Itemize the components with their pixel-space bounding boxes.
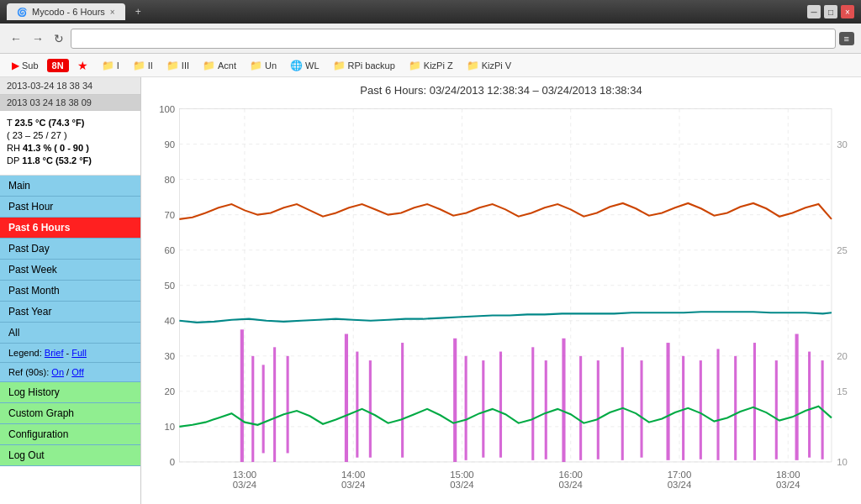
svg-rect-46 (240, 329, 244, 462)
bookmark-rpi[interactable]: 📁RPi backup (328, 58, 400, 73)
address-bar[interactable] (71, 29, 836, 49)
nav-custom-graph[interactable]: Custom Graph (0, 403, 140, 424)
svg-text:60: 60 (165, 245, 176, 255)
svg-text:16:00: 16:00 (559, 470, 583, 480)
svg-rect-59 (531, 347, 534, 460)
svg-text:15: 15 (837, 386, 848, 396)
svg-rect-71 (753, 343, 756, 460)
title-bar: 🌀 Mycodo - 6 Hours × + ─ □ × (0, 0, 861, 24)
svg-text:13:00: 13:00 (233, 470, 256, 480)
nav-past-6-hours[interactable]: Past 6 Hours (0, 218, 140, 239)
svg-text:17:00: 17:00 (668, 470, 691, 480)
svg-text:14:00: 14:00 (341, 470, 365, 480)
svg-rect-53 (369, 360, 372, 458)
bookmark-kizpiz[interactable]: 📁KizPi Z (404, 58, 458, 73)
nav-configuration[interactable]: Configuration (0, 424, 140, 445)
tab-close-icon[interactable]: × (110, 8, 115, 17)
svg-rect-72 (775, 360, 778, 459)
legend-brief-link[interactable]: Brief (45, 348, 64, 358)
dp-value: 11.8 °C (53.2 °F) (22, 155, 92, 165)
svg-text:20: 20 (165, 386, 176, 396)
chart-container: 100 90 80 70 60 50 40 30 20 10 0 30 25 2… (145, 100, 858, 497)
rh-value: 41.3 % ( 0 - 90 ) (23, 143, 89, 153)
svg-rect-49 (273, 347, 276, 462)
datetime-display-2: 2013 03 24 18 38 09 (0, 95, 140, 111)
svg-rect-74 (808, 352, 811, 458)
svg-text:30: 30 (165, 351, 176, 361)
svg-text:03/24: 03/24 (776, 480, 800, 490)
svg-rect-52 (356, 352, 358, 458)
extensions-button[interactable]: ≡ (839, 32, 854, 45)
reload-button[interactable]: ↻ (50, 29, 67, 49)
svg-rect-58 (499, 352, 502, 458)
svg-rect-54 (401, 343, 404, 458)
nav-legend: Legend: Brief - Full (0, 344, 140, 363)
sidebar-navigation: Main Past Hour Past 6 Hours Past Day Pas… (0, 176, 140, 466)
svg-rect-55 (453, 339, 457, 462)
nav-past-year[interactable]: Past Year (0, 302, 140, 323)
new-tab-button[interactable]: + (129, 3, 148, 21)
ref-on-link[interactable]: On (51, 367, 64, 377)
bookmark-ii[interactable]: 📁II (128, 58, 158, 73)
nav-past-week[interactable]: Past Week (0, 260, 140, 281)
svg-text:03/24: 03/24 (341, 480, 366, 490)
nav-past-month[interactable]: Past Month (0, 281, 140, 302)
svg-rect-69 (716, 349, 719, 459)
sensor-readings: T 23.5 °C (74.3 °F) ( 23 – 25 / 27 ) RH … (0, 111, 140, 176)
svg-text:18:00: 18:00 (776, 470, 800, 480)
window-controls: ─ □ × (807, 5, 854, 18)
navigation-bar: ← → ↻ ≡ (0, 24, 861, 54)
svg-text:80: 80 (165, 175, 176, 185)
humidity-row: RH 41.3 % ( 0 - 90 ) (7, 143, 134, 153)
nav-log-out[interactable]: Log Out (0, 445, 140, 466)
ref-off-link[interactable]: Off (71, 367, 83, 377)
svg-rect-60 (545, 360, 547, 459)
svg-rect-64 (621, 347, 624, 460)
bookmark-acnt[interactable]: 📁Acnt (198, 58, 241, 73)
svg-text:100: 100 (159, 104, 175, 114)
datetime-display-1: 2013-03-24 18 38 34 (0, 77, 140, 95)
svg-rect-73 (795, 334, 799, 460)
chart-area: Past 6 Hours: 03/24/2013 12:38:34 – 03/2… (141, 77, 861, 504)
forward-button[interactable]: → (29, 29, 47, 49)
bookmark-star[interactable]: ★ (72, 57, 93, 74)
svg-text:30: 30 (837, 139, 848, 150)
svg-rect-65 (640, 360, 642, 458)
svg-text:03/24: 03/24 (233, 480, 257, 490)
tab-title: Mycodo - 6 Hours (32, 7, 105, 17)
bookmark-kizpiv[interactable]: 📁KizPi V (462, 58, 516, 73)
temp-range: ( 23 – 25 / 27 ) (7, 130, 67, 140)
bookmarks-bar: ▶Sub 8N ★ 📁I 📁II 📁III 📁Acnt 📁Un 🌐WL 📁RPi… (0, 54, 861, 77)
window-maximize-button[interactable]: □ (824, 5, 837, 18)
svg-text:20: 20 (837, 351, 848, 361)
bookmark-youtube[interactable]: ▶Sub (7, 58, 44, 73)
back-button[interactable]: ← (7, 29, 25, 49)
window-close-button[interactable]: × (841, 5, 854, 18)
svg-text:0: 0 (170, 457, 175, 467)
nav-all[interactable]: All (0, 323, 140, 344)
svg-text:50: 50 (165, 281, 176, 291)
nav-past-day[interactable]: Past Day (0, 239, 140, 260)
svg-text:10: 10 (165, 422, 176, 432)
bookmark-i[interactable]: 📁I (97, 58, 124, 73)
browser-tab[interactable]: 🌀 Mycodo - 6 Hours × (7, 3, 125, 20)
nav-main[interactable]: Main (0, 176, 140, 197)
bookmark-8n[interactable]: 8N (47, 59, 69, 72)
legend-full-link[interactable]: Full (71, 348, 87, 358)
svg-rect-66 (666, 343, 669, 460)
window-minimize-button[interactable]: ─ (807, 5, 821, 18)
svg-rect-70 (734, 356, 737, 460)
svg-rect-63 (597, 360, 600, 459)
nav-log-history[interactable]: Log History (0, 382, 140, 403)
dewpoint-row: DP 11.8 °C (53.2 °F) (7, 155, 134, 165)
bookmark-un[interactable]: 📁Un (245, 58, 282, 73)
svg-rect-48 (262, 365, 265, 453)
bookmark-wl[interactable]: 🌐WL (285, 58, 325, 73)
nav-past-hour[interactable]: Past Hour (0, 197, 140, 218)
svg-text:15:00: 15:00 (450, 470, 473, 480)
temp-label: T (7, 118, 15, 128)
svg-text:03/24: 03/24 (559, 480, 584, 490)
bookmark-iii[interactable]: 📁III (161, 58, 194, 73)
svg-rect-50 (287, 356, 289, 454)
rh-label: RH (7, 143, 23, 153)
